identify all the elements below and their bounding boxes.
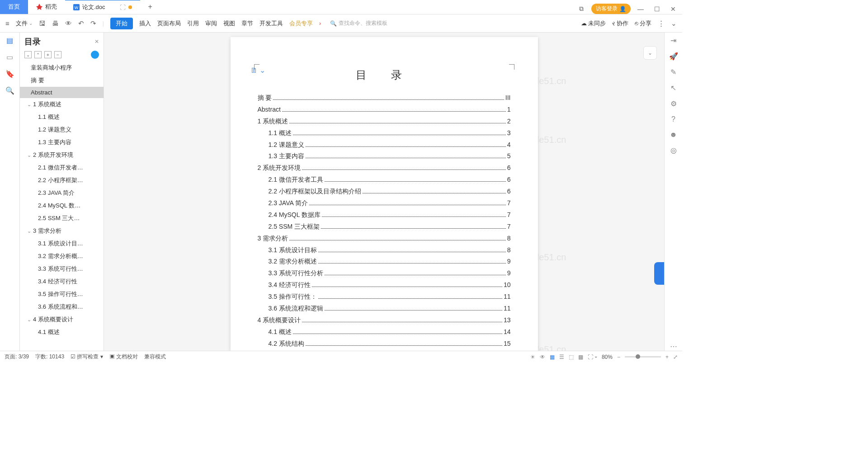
ribbon-tab-vip[interactable]: 会员专享: [289, 19, 313, 28]
outline-expand-icon[interactable]: ⌃: [34, 51, 42, 58]
help-icon[interactable]: ?: [671, 115, 675, 123]
ribbon-tab-chapter[interactable]: 章节: [241, 19, 253, 28]
outline-item[interactable]: 2.4 MySQL 数…: [20, 199, 104, 212]
outline-icon[interactable]: ▤: [6, 36, 13, 45]
outline-item[interactable]: 3.5 操作可行性…: [20, 288, 104, 301]
screen-icon[interactable]: ⛶: [120, 4, 126, 11]
outline-item[interactable]: 1.2 课题意义: [20, 123, 104, 136]
tab-document[interactable]: W 论文.doc ⛶: [65, 0, 140, 14]
maximize-button[interactable]: ☐: [651, 5, 663, 13]
toc-line: 3.2 需求分析概述9: [258, 256, 511, 268]
more-icon[interactable]: ⋮: [658, 19, 665, 28]
outline-item[interactable]: 童装商城小程序: [20, 61, 104, 74]
outline-add-icon[interactable]: +: [44, 51, 52, 58]
close-button[interactable]: ✕: [667, 5, 679, 13]
command-search[interactable]: 🔍查找命令、搜索模板: [330, 19, 387, 27]
side-fab[interactable]: [654, 262, 664, 285]
outline-item[interactable]: 2.3 JAVA 简介: [20, 187, 104, 199]
word-doc-icon: W: [73, 4, 80, 10]
save-icon[interactable]: 🖫: [39, 19, 46, 27]
share-button[interactable]: ⎋ 分享: [635, 19, 651, 28]
status-words[interactable]: 字数: 10143: [35, 353, 64, 361]
ribbon-tab-review[interactable]: 审阅: [205, 19, 217, 28]
tab-daoke[interactable]: 稻壳: [28, 0, 65, 14]
status-proofread[interactable]: ▣ 文档校对: [109, 353, 138, 361]
fit-icon[interactable]: ⛶ ▾: [588, 354, 597, 360]
toc-line: 1 系统概述2: [258, 116, 511, 127]
rocket-icon[interactable]: 🚀: [669, 52, 678, 61]
ribbon-tab-devtools[interactable]: 开发工具: [259, 19, 283, 28]
tab-list-icon[interactable]: ⧉: [575, 5, 588, 13]
outline-item[interactable]: 1.1 概述: [20, 111, 104, 123]
status-page[interactable]: 页面: 3/39: [5, 353, 29, 361]
readmode-icon[interactable]: ☀: [530, 354, 535, 360]
preview-icon[interactable]: 👁: [65, 19, 72, 27]
ribbon-tab-view[interactable]: 视图: [223, 19, 235, 28]
pagelayout-icon[interactable]: ▦: [550, 354, 555, 360]
grid-view-icon[interactable]: ▩: [578, 354, 583, 360]
zoom-out-icon[interactable]: −: [617, 354, 620, 360]
login-button[interactable]: 访客登录👤: [591, 4, 631, 14]
more-tools-icon[interactable]: ⋯: [670, 342, 677, 351]
eye-icon[interactable]: 👁: [540, 354, 545, 360]
style-icon[interactable]: ⇥: [670, 36, 676, 45]
redo-icon[interactable]: ↷: [90, 19, 96, 28]
pointer-icon[interactable]: ↖: [670, 84, 676, 92]
page-action-icon[interactable]: 🗎 ⌄: [250, 66, 265, 75]
outline-item[interactable]: 2 系统开发环境: [20, 149, 104, 161]
zoom-in-icon[interactable]: +: [665, 354, 669, 360]
toc-line: 3.4 经济可行性10: [258, 279, 511, 291]
outline-item[interactable]: 3.1 系统设计目…: [20, 237, 104, 250]
undo-icon[interactable]: ↶: [78, 19, 84, 28]
collab-button[interactable]: ર 协作: [612, 19, 628, 28]
nav-icon[interactable]: ▭: [6, 53, 13, 61]
tab-home[interactable]: 首页: [0, 0, 28, 14]
ribbon-tab-insert[interactable]: 插入: [139, 19, 151, 28]
outline-item[interactable]: 3.6 系统流程和…: [20, 301, 104, 313]
outline-item[interactable]: 4.1 概述: [20, 326, 104, 339]
outline-item[interactable]: Abstract: [20, 87, 104, 98]
ribbon-tab-layout[interactable]: 页面布局: [157, 19, 181, 28]
minimize-button[interactable]: —: [634, 5, 647, 13]
target-icon[interactable]: ◎: [670, 146, 677, 155]
tab-new[interactable]: +: [140, 0, 160, 14]
web-view-icon[interactable]: ⬚: [569, 354, 574, 360]
outline-item[interactable]: 3.3 系统可行性…: [20, 263, 104, 275]
ribbon-tab-reference[interactable]: 引用: [187, 19, 199, 28]
outline-item[interactable]: 摘 要: [20, 74, 104, 87]
ribbon-more-icon[interactable]: ›: [319, 20, 321, 27]
document-canvas[interactable]: ⌄ code51.cn code51.cn code51.cn code51.c…: [104, 33, 664, 351]
print-icon[interactable]: 🖶: [52, 19, 59, 27]
status-compat[interactable]: 兼容模式: [144, 353, 166, 361]
zoom-slider[interactable]: [625, 356, 661, 358]
outline-item[interactable]: 2.2 小程序框架…: [20, 174, 104, 187]
pen-icon[interactable]: ✎: [670, 68, 676, 76]
sync-button[interactable]: ☁ 未同步: [581, 19, 606, 28]
outline-item[interactable]: 1 系统概述: [20, 98, 104, 111]
outline-collapse-icon[interactable]: ⌄: [24, 51, 32, 58]
file-menu[interactable]: 文件 ⌄: [16, 19, 33, 28]
ai-assistant-icon[interactable]: ⌄: [643, 46, 657, 60]
tab-document-label: 论文.doc: [82, 3, 105, 11]
outline-item[interactable]: 4 系统概要设计: [20, 313, 104, 326]
outline-item[interactable]: 3 需求分析: [20, 225, 104, 237]
hamburger-icon[interactable]: ≡: [5, 19, 9, 27]
outline-item[interactable]: 1.3 主要内容: [20, 136, 104, 149]
status-spellcheck[interactable]: ☑ 拼写检查 ▾: [71, 353, 103, 361]
bookmark-icon[interactable]: 🔖: [5, 70, 14, 78]
find-icon[interactable]: 🔍: [5, 86, 14, 95]
zoom-value[interactable]: 80%: [602, 354, 613, 360]
outline-close-icon[interactable]: ✕: [94, 38, 99, 45]
outline-ai-icon[interactable]: [91, 51, 99, 59]
outline-item[interactable]: 2.5 SSM 三大…: [20, 212, 104, 225]
outline-view-icon[interactable]: ☰: [559, 354, 564, 360]
outline-item[interactable]: 3.4 经济可行性: [20, 275, 104, 288]
outline-item[interactable]: 2.1 微信开发者…: [20, 161, 104, 174]
collapse-ribbon-icon[interactable]: ⌄: [671, 19, 677, 28]
outline-remove-icon[interactable]: −: [54, 51, 61, 58]
settings-icon[interactable]: ⚙: [670, 99, 677, 108]
outline-item[interactable]: 3.2 需求分析概…: [20, 250, 104, 263]
fullscreen-icon[interactable]: ⤢: [673, 354, 678, 360]
face-icon[interactable]: ☻: [670, 131, 677, 139]
ribbon-tab-start[interactable]: 开始: [110, 18, 133, 29]
